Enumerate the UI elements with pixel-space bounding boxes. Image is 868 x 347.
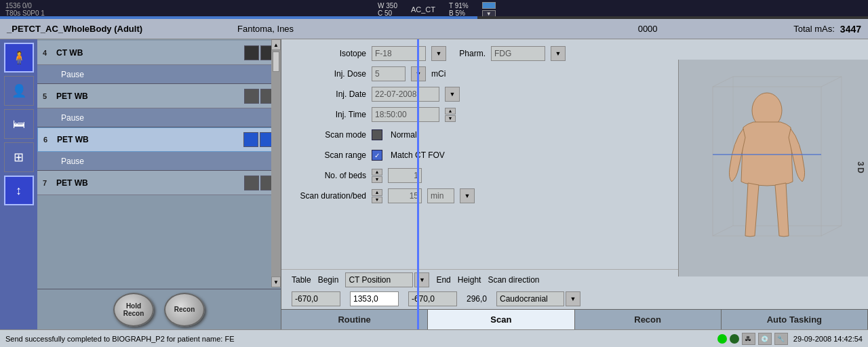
svg-line-4	[713, 226, 733, 236]
total-mas: Total mAs: 3447	[793, 24, 861, 35]
no-beds-updown[interactable]: ▲ ▼	[372, 169, 382, 183]
isotope-dropdown-btn[interactable]: ▼	[431, 46, 446, 61]
sidebar-icon-bed[interactable]: 🛏	[4, 109, 34, 139]
sequence-row-4[interactable]: 4 CT WB	[37, 41, 281, 65]
scan-duration-unit-input[interactable]	[427, 188, 454, 203]
height-label: Height	[458, 275, 481, 285]
no-beds-label: No. of beds	[292, 171, 366, 180]
t-value: T 91%	[449, 2, 469, 9]
tb-values: T 91% B 5%	[449, 2, 469, 17]
svg-line-1	[713, 77, 733, 87]
status-green-indicator	[717, 334, 727, 344]
sequence-row-7[interactable]: 7 PET WB	[37, 171, 281, 195]
pharm-label: Pharm.	[452, 49, 486, 58]
status-network-icon: 🖧	[742, 333, 755, 345]
patient-name: Fantoma, Ines	[237, 24, 502, 34]
scan-dir-input[interactable]	[496, 291, 564, 306]
pharm-input[interactable]	[491, 46, 545, 61]
scroll-track	[271, 50, 281, 277]
3d-label: 3D	[855, 161, 865, 174]
inj-date-input[interactable]	[372, 87, 439, 102]
tab-recon[interactable]: Recon	[575, 310, 722, 329]
inj-date-dropdown[interactable]: ▼	[445, 87, 460, 102]
seq-pause-5: Pause	[37, 108, 281, 127]
inj-time-label: Inj. Time	[292, 110, 366, 119]
end-val-input[interactable]	[350, 291, 399, 306]
begin-dropdown-input[interactable]	[345, 272, 413, 287]
status-message: Send successfully completed to BIOGRAPH_…	[5, 335, 712, 343]
progress-fill	[0, 16, 477, 19]
scan-range-label: Scan range	[292, 150, 366, 160]
svg-line-2	[821, 77, 842, 87]
top-bar-center: W 350 C 50 AC_CT T 91% B 5% ▼	[378, 2, 496, 17]
inj-time-updown[interactable]: ▲ ▼	[445, 108, 456, 122]
scan-duration-dropdown[interactable]: ▼	[460, 188, 475, 203]
scan-mode-checkbox[interactable]	[372, 129, 382, 140]
w-value: W 350	[378, 2, 397, 9]
hold-recon-button[interactable]: Hold Recon	[113, 293, 154, 327]
scroll-down-btn[interactable]: ▼	[271, 277, 281, 287]
sidebar-icon-body[interactable]: 🧍	[4, 43, 34, 73]
status-bar: Send successfully completed to BIOGRAPH_…	[0, 329, 868, 347]
title-row: _PETCT_AC_WholeBody (Adult) Fantoma, Ine…	[0, 19, 868, 39]
sequence-item-5: 5 PET WB Pause	[37, 84, 281, 127]
layers-icon: ⊞	[14, 150, 24, 165]
status-icons: 🖧 💿 🔧	[717, 333, 788, 345]
sequence-item-4: 4 CT WB Pause	[37, 41, 281, 84]
check-icon: ✓	[374, 152, 380, 159]
tab-scan[interactable]: Scan	[428, 310, 574, 329]
wc-values: W 350 C 50	[378, 2, 397, 17]
seq-num-4: 4	[43, 49, 56, 57]
seq-num-7: 7	[43, 179, 56, 187]
beds-down-btn[interactable]: ▼	[372, 176, 382, 183]
seq-name-4: CT WB	[56, 48, 244, 58]
time-down-btn[interactable]: ▼	[445, 115, 456, 122]
height-val-input[interactable]	[408, 291, 457, 306]
dur-down-btn[interactable]: ▼	[372, 197, 382, 203]
main-layout: 🧍 👤 🛏 ⊞ ↕ 4 CT WB	[0, 39, 868, 329]
sequence-row-5[interactable]: 5 PET WB	[37, 84, 281, 108]
sidebar-icon-move[interactable]: ↕	[4, 176, 34, 205]
beds-up-btn[interactable]: ▲	[372, 169, 382, 176]
seq-icon-4a	[244, 45, 259, 60]
3d-body-svg	[692, 73, 855, 263]
seq-pause-6: Pause	[37, 152, 281, 171]
svg-line-3	[821, 226, 842, 236]
seq-icon-5a	[244, 89, 259, 104]
time-up-btn[interactable]: ▲	[445, 108, 456, 115]
sequence-panel: 4 CT WB Pause 5 PET WB	[37, 39, 281, 329]
inj-dose-input[interactable]	[372, 66, 406, 81]
scroll-up-btn[interactable]: ▲	[271, 39, 281, 50]
isotope-label: Isotope	[292, 49, 366, 58]
scan-mode-check-area	[372, 129, 382, 140]
sidebar-icon-layers[interactable]: ⊞	[4, 142, 34, 172]
scroll-thumb	[273, 52, 279, 72]
right-panel: 3D Isotope ▼ Pharm. ▼ Inj. Dose ▼ mCi	[281, 39, 868, 329]
seq-icons-6	[243, 132, 275, 147]
scan-dur-updown[interactable]: ▲ ▼	[372, 189, 382, 203]
inj-time-input[interactable]	[372, 107, 439, 122]
seq-num-5: 5	[43, 92, 56, 100]
total-mas-label: Total mAs:	[793, 24, 835, 35]
sequence-row-6[interactable]: 6 PET WB	[37, 127, 281, 152]
status-tools-icon: 🔧	[774, 333, 788, 345]
tab-routine[interactable]: Routine	[281, 310, 428, 329]
scan-range-check-area: ✓	[372, 150, 382, 161]
dur-up-btn[interactable]: ▲	[372, 189, 382, 196]
seq-num-6: 6	[43, 136, 57, 144]
tab-auto-tasking[interactable]: Auto Tasking	[722, 310, 868, 329]
recon-button[interactable]: Recon	[164, 293, 205, 327]
pharm-dropdown-btn[interactable]: ▼	[551, 46, 566, 61]
sequence-scrollbar[interactable]: ▲ ▼	[271, 39, 281, 287]
top-left-line1: 1536 0/0	[5, 2, 45, 9]
table-values-section: 296,0 ▼	[281, 290, 868, 309]
person-icon: 👤	[12, 83, 26, 98]
sidebar-icon-person[interactable]: 👤	[4, 76, 34, 106]
begin-val-input[interactable]	[292, 291, 340, 306]
scan-dir-dropdown-btn[interactable]: ▼	[566, 291, 580, 306]
scan-duration-label: Scan duration/bed	[292, 191, 366, 201]
blue-highlight-bar	[417, 39, 419, 329]
seq-name-5: PET WB	[56, 91, 244, 101]
inj-date-label: Inj. Date	[292, 89, 366, 99]
scan-range-checkbox[interactable]: ✓	[372, 150, 382, 161]
